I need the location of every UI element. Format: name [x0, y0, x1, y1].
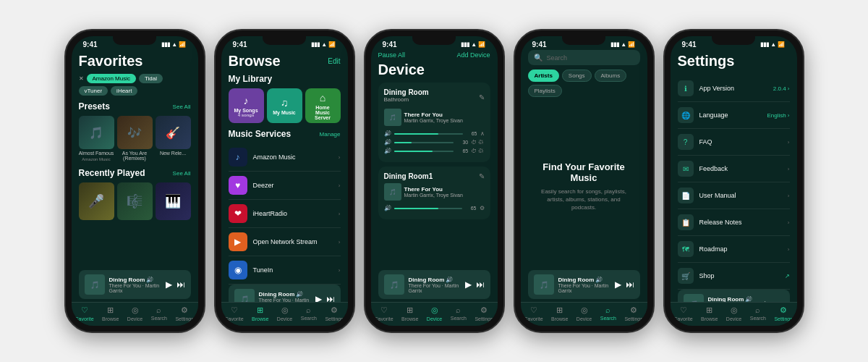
group2-slider[interactable] — [394, 208, 462, 209]
presets-title: Presets — [79, 101, 110, 111]
feedback-label: Feedback — [699, 165, 782, 172]
settings-user-manual[interactable]: 📄 User Manual › — [678, 182, 790, 209]
tab-artists[interactable]: Artists — [528, 70, 559, 82]
chip-tidal[interactable]: Tidal — [139, 74, 163, 83]
nav-device-4[interactable]: ◎Device — [576, 306, 592, 321]
np-artist-1: Martin Garrix, Troye Sivan — [404, 118, 485, 123]
group-slider[interactable] — [394, 133, 463, 135]
lib-my-music[interactable]: ♫ My Music — [267, 88, 302, 123]
chip-amazon[interactable]: Amazon Music — [87, 74, 136, 83]
settings-title: Settings — [678, 53, 790, 70]
preset-1[interactable]: 🎵 Almost Famous Amazon Music — [79, 116, 114, 162]
preset-label-2: As You Are (Remixes) — [117, 151, 153, 161]
preset-3[interactable]: 🎸 New Rele... — [156, 116, 191, 162]
group1-edit[interactable]: ✎ — [479, 93, 485, 101]
chip-iheart[interactable]: iHeart — [111, 86, 137, 96]
nav-search-2[interactable]: ⌕Search — [301, 306, 317, 321]
play-btn-4[interactable]: ▶ — [615, 279, 621, 290]
add-device-btn[interactable]: Add Device — [456, 51, 490, 59]
manage-button[interactable]: Manage — [320, 131, 341, 138]
notch-3 — [412, 36, 456, 45]
room2-slider[interactable] — [394, 151, 454, 152]
player-controls-1[interactable]: ▶ ⏭ — [166, 279, 185, 290]
nav-settings-1[interactable]: ⚙Settings — [175, 306, 193, 321]
settings-roadmap[interactable]: 🗺 Roadmap › — [678, 236, 790, 263]
nav-search-4[interactable]: ⌕Search — [600, 306, 616, 321]
player-info-4: Dining Room 🔊 There For You · Martin Gar… — [558, 277, 610, 293]
tab-albums[interactable]: Albums — [595, 70, 627, 82]
tab-songs[interactable]: Songs — [562, 70, 592, 82]
player-controls-3[interactable]: ▶ ⏭ — [465, 279, 485, 290]
nav-settings-5[interactable]: ⚙Settings — [774, 306, 792, 321]
recent-2[interactable]: 🎼 — [117, 182, 153, 220]
settings-feedback[interactable]: ✉ Feedback › — [678, 156, 790, 182]
time-2: 9:41 — [233, 41, 247, 49]
nav-device-5[interactable]: ◎Device — [726, 306, 741, 321]
nav-browse-4[interactable]: ⊞Browse — [551, 306, 568, 321]
presets-see-all[interactable]: See All — [173, 104, 191, 110]
group2-edit[interactable]: ✎ — [479, 172, 485, 180]
nav-search-5[interactable]: ⌕Search — [750, 306, 766, 321]
play-btn-1[interactable]: ▶ — [166, 279, 172, 290]
next-btn-4[interactable]: ⏭ — [626, 279, 634, 290]
play-btn-2[interactable]: ▶ — [315, 294, 322, 302]
chip-vtuner[interactable]: vTuner — [79, 86, 109, 96]
favorites-title: Favorites — [79, 53, 191, 70]
nav-device-2[interactable]: ◎Device — [277, 306, 292, 321]
player-controls-4[interactable]: ▶ ⏭ — [615, 279, 634, 290]
service-opennet[interactable]: ▶ Open Network Stream › — [229, 228, 341, 256]
nav-5: ♡Favorite ⊞Browse ◎Device ⌕Search ⚙Setti… — [671, 302, 797, 326]
next-btn-1[interactable]: ⏭ — [176, 279, 185, 290]
nav-browse-1[interactable]: ⊞Browse — [102, 306, 119, 321]
recent-1[interactable]: 🎤 — [79, 182, 114, 220]
device-header: Pause All Add Device — [378, 51, 490, 59]
room1-slider[interactable] — [394, 142, 454, 143]
group2-header: Dining Room1 ✎ — [384, 172, 485, 180]
settings-faq[interactable]: ? FAQ › — [678, 129, 790, 156]
player-sub-1: There For You · Martin Garrix — [109, 283, 161, 293]
service-deezer[interactable]: ♥ Deezer › — [229, 172, 341, 200]
search-bar[interactable]: 🔍 Search — [528, 50, 640, 65]
service-iheart[interactable]: ❤ iHeartRadio › — [229, 200, 341, 228]
player-controls-2[interactable]: ▶ ⏭ — [315, 294, 335, 302]
tab-playlists[interactable]: Playlists — [528, 85, 562, 97]
settings-release-notes[interactable]: 📋 Release Notes › — [678, 209, 790, 236]
time-4: 9:41 — [532, 41, 547, 49]
time-3: 9:41 — [383, 41, 397, 49]
nav-device-1[interactable]: ◎Device — [127, 306, 142, 321]
edit-button[interactable]: Edit — [328, 57, 340, 65]
nav-settings-4[interactable]: ⚙Settings — [624, 306, 642, 321]
next-btn-3[interactable]: ⏭ — [476, 279, 485, 290]
filter-clear[interactable]: ✕ — [79, 75, 84, 82]
find-music-title: Find Your Favorite Music — [535, 161, 633, 183]
time-1: 9:41 — [83, 41, 98, 49]
settings-shop[interactable]: 🛒 Shop ↗ — [678, 263, 790, 290]
recent-see-all[interactable]: See All — [173, 170, 191, 177]
next-btn-2[interactable]: ⏭ — [326, 294, 335, 302]
nav-search-1[interactable]: ⌕Search — [151, 306, 167, 321]
pause-all-btn[interactable]: Pause All — [378, 51, 406, 59]
service-tunein[interactable]: ◉ TuneIn › — [229, 256, 341, 285]
nav-browse-2[interactable]: ⊞Browse — [252, 306, 268, 321]
group1-header: Dining Room Bathroom ✎ — [384, 88, 485, 106]
recent-3[interactable]: 🎹 — [156, 182, 191, 220]
play-btn-3[interactable]: ▶ — [465, 279, 472, 290]
nav-search-3[interactable]: ⌕Search — [451, 306, 467, 321]
nav-favorite-3[interactable]: ♡Favorite — [375, 306, 393, 321]
nav-favorite-1[interactable]: ♡Favorite — [75, 306, 93, 321]
phone-search: 9:41 ▮▮▮ ▲ 📶 🔍 Search Artists Songs Albu… — [514, 29, 655, 333]
nav-browse-5[interactable]: ⊞Browse — [701, 306, 718, 321]
nav-device-3[interactable]: ◎Device — [427, 306, 442, 321]
nav-browse-3[interactable]: ⊞Browse — [401, 306, 418, 321]
lib-my-songs[interactable]: ♪ My Songs 4 songs — [229, 88, 264, 123]
nav-favorite-4[interactable]: ♡Favorite — [524, 306, 542, 321]
preset-2[interactable]: 🎶 As You Are (Remixes) — [117, 116, 153, 162]
service-amazon[interactable]: ♪ Amazon Music › — [229, 143, 341, 172]
settings-language[interactable]: 🌐 Language English › — [678, 102, 790, 129]
nav-favorite-5[interactable]: ♡Favorite — [674, 306, 692, 321]
nav-settings-3[interactable]: ⚙Settings — [475, 306, 493, 321]
lib-home-server[interactable]: ⌂ Home Music Server — [305, 88, 341, 123]
nav-favorite-2[interactable]: ♡Favorite — [225, 306, 243, 321]
nav-settings-2[interactable]: ⚙Settings — [325, 306, 343, 321]
settings-app-version[interactable]: ℹ App Version 2.0.4 › — [678, 75, 790, 102]
